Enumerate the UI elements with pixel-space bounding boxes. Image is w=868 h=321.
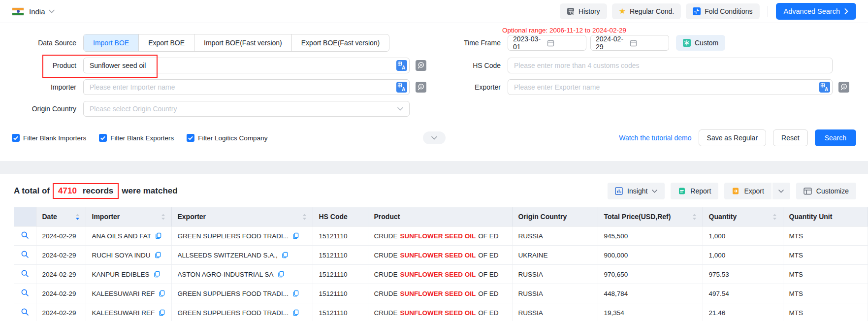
table-row[interactable]: 2024-02-29 KALEESUWARI REF GREEN SUPPLIE…: [14, 284, 868, 303]
chevron-down-icon: [652, 190, 657, 193]
search-button[interactable]: Search: [815, 129, 856, 146]
copy-icon[interactable]: [159, 309, 165, 316]
header-exporter[interactable]: Exporter: [171, 207, 313, 226]
svg-text:A: A: [825, 87, 828, 92]
filter-blank-exporters-checkbox[interactable]: Filter Blank Exporters: [99, 134, 174, 142]
filter-logitics-company-checkbox[interactable]: Filter Logitics Company: [187, 134, 267, 142]
insight-icon: [615, 187, 623, 195]
row-detail-search-icon[interactable]: [21, 310, 29, 318]
fold-conditions-button[interactable]: Fold Conditions: [686, 3, 759, 19]
reset-button[interactable]: Reset: [773, 129, 808, 146]
importer-name: ANA OILS AND FAT: [92, 232, 152, 240]
country-chevron-down-icon[interactable]: [49, 9, 55, 13]
row-data-source: Data Source Import BOE Export BOE Import…: [12, 34, 856, 52]
row-detail-search-icon[interactable]: [21, 233, 29, 241]
header-quantity[interactable]: Quantity: [703, 207, 783, 226]
export-icon: [732, 187, 739, 195]
report-button[interactable]: Report: [671, 183, 718, 199]
advanced-search-button[interactable]: Advanced Search: [776, 3, 856, 20]
copy-icon[interactable]: [282, 252, 288, 258]
row-importer: Importer A Exporter A: [12, 79, 856, 95]
filter-blank-importers-checkbox[interactable]: Filter Blank Importers: [12, 134, 86, 142]
row-detail-search-icon[interactable]: [21, 253, 29, 260]
sort-icon[interactable]: [692, 214, 697, 220]
sort-icon[interactable]: [772, 214, 777, 220]
svg-text:A: A: [402, 65, 405, 70]
exporter-name: GREEN SUPPLIERS FOOD TRADI...: [178, 309, 289, 317]
customize-button[interactable]: Customize: [796, 183, 856, 199]
star-icon: ★: [619, 7, 626, 15]
table-row[interactable]: 2024-02-29 ANA OILS AND FAT GREEN SUPPLI…: [14, 226, 868, 246]
checkbox-checked-icon: [12, 134, 20, 142]
collapse-conditions-toggle[interactable]: [423, 131, 446, 144]
table-row[interactable]: 2024-02-29 KALEESUWARI REF GREEN SUPPLIE…: [14, 303, 868, 321]
customize-icon: [804, 188, 812, 195]
country-selector-label[interactable]: India: [29, 7, 45, 16]
copy-icon[interactable]: [278, 271, 284, 278]
copy-icon[interactable]: [155, 232, 161, 239]
row-detail-search-icon[interactable]: [21, 272, 29, 279]
copy-icon[interactable]: [159, 290, 165, 297]
header-importer[interactable]: Importer: [86, 207, 171, 226]
highlighted-product-term: SUNFLOWER SEED OIL: [400, 232, 476, 240]
tutorial-demo-link[interactable]: Watch the tutorial demo: [619, 134, 691, 142]
copy-icon[interactable]: [292, 290, 299, 297]
product-label: Product: [12, 62, 83, 69]
header-row-actions: [14, 207, 36, 226]
tab-import-boe-fast[interactable]: Import BOE(Fast version): [194, 34, 291, 51]
chevron-right-icon: [844, 8, 848, 14]
importer-name: KALEESUWARI REF: [92, 309, 155, 317]
exporter-label: Exporter: [445, 83, 508, 91]
checkbox-checked-icon: [99, 134, 107, 142]
header-date[interactable]: Date: [36, 207, 86, 226]
importer-input[interactable]: [83, 79, 410, 95]
table-row[interactable]: 2024-02-29 KANPUR EDIBLES ASTON AGRO-IND…: [14, 265, 868, 284]
header-quantity-unit: Quantity Unit: [783, 207, 868, 226]
product-input[interactable]: [83, 58, 410, 73]
exact-match-icon[interactable]: [416, 82, 426, 93]
exporter-name: ASTON AGRO-INDUSTRIAL SA: [178, 271, 274, 278]
tab-export-boe[interactable]: Export BOE: [138, 34, 194, 51]
export-button-group: Export: [724, 183, 790, 199]
save-as-regular-button[interactable]: Save as Regular: [699, 129, 767, 146]
tab-import-boe[interactable]: Import BOE: [84, 34, 138, 51]
copy-icon[interactable]: [292, 232, 299, 239]
topbar: India History ★ Regular Cond. Fold Condi…: [0, 0, 868, 23]
results-header: A total of 4710 records were matched Ins…: [14, 183, 868, 199]
sort-icon[interactable]: [161, 214, 165, 220]
table-row[interactable]: 2024-02-29 RUCHI SOYA INDU ALLSEEDS SWIT…: [14, 246, 868, 265]
regular-cond-button[interactable]: ★ Regular Cond.: [612, 3, 681, 19]
sort-icon[interactable]: [302, 214, 307, 220]
tab-export-boe-fast[interactable]: Export BOE(Fast version): [291, 34, 389, 51]
custom-range-button[interactable]: Custom: [676, 35, 725, 51]
copy-icon[interactable]: [292, 309, 299, 316]
history-button[interactable]: History: [560, 3, 607, 19]
fold-icon: [693, 7, 701, 15]
results-total-title: A total of 4710 records were matched: [14, 183, 178, 199]
hs-code-input[interactable]: [508, 58, 833, 73]
export-dropdown-chevron[interactable]: [772, 183, 790, 199]
exact-match-icon[interactable]: [838, 82, 849, 93]
optional-range-note: Optional range: 2006-11-12 to 2024-02-29: [502, 27, 626, 34]
highlighted-product-term: SUNFLOWER SEED OIL: [400, 309, 476, 317]
row-detail-search-icon[interactable]: [21, 291, 29, 298]
header-origin-country: Origin Country: [512, 207, 598, 226]
translate-icon[interactable]: A: [819, 82, 830, 93]
copy-icon[interactable]: [154, 271, 160, 278]
translate-icon[interactable]: A: [396, 82, 407, 93]
header-product: Product: [368, 207, 512, 226]
insight-button[interactable]: Insight: [608, 183, 665, 199]
translate-icon[interactable]: A: [396, 60, 407, 71]
topbar-divider: [768, 6, 768, 17]
origin-country-select[interactable]: Please select Origin Country: [83, 101, 410, 117]
date-from-input[interactable]: 2023-03-01: [508, 35, 586, 51]
exporter-input[interactable]: [508, 79, 833, 95]
copy-icon[interactable]: [155, 252, 161, 258]
sort-icon-active-desc[interactable]: [75, 214, 80, 220]
calendar-icon: [630, 39, 664, 47]
date-to-input[interactable]: 2024-02-29: [590, 35, 669, 51]
exact-match-icon[interactable]: [416, 60, 426, 71]
highlighted-product-term: SUNFLOWER SEED OIL: [400, 271, 476, 278]
header-total-price[interactable]: Total Price(USD,Ref): [598, 207, 703, 226]
export-button[interactable]: Export: [724, 183, 771, 199]
